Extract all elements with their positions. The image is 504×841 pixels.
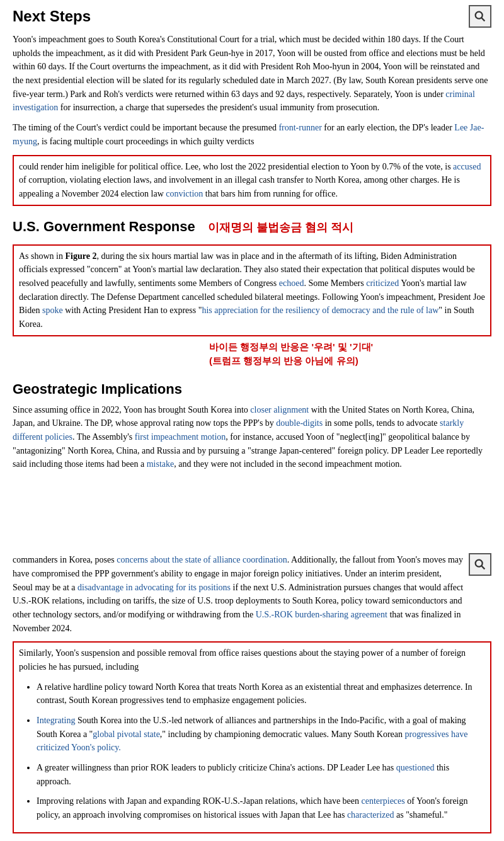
list-item-3: A greater willingness than prior ROK lea… xyxy=(37,761,485,788)
red-box-para: could render him ineligible for politica… xyxy=(19,160,485,201)
echoed-link[interactable]: echoed xyxy=(279,278,304,288)
starkly-different-link[interactable]: starkly different policies xyxy=(13,418,464,442)
bottom-para-top: commanders in Korea, poses concerns abou… xyxy=(13,553,464,635)
geostrategic-para1: Since assuming office in 2022, Yoon has … xyxy=(13,403,491,471)
svg-point-2 xyxy=(476,560,483,567)
next-steps-para2: The timing of the Court's verdict could … xyxy=(13,121,491,148)
foreign-policies-box: Similarly, Yoon's suspension and possibl… xyxy=(13,641,491,833)
questioned-link[interactable]: questioned xyxy=(396,763,435,772)
concerns-alliance-link[interactable]: concerns about the state of alliance coo… xyxy=(117,555,287,564)
appreciation-link[interactable]: his appreciation for the resiliency of d… xyxy=(202,306,438,315)
centerpieces-link[interactable]: centerpieces xyxy=(362,796,405,806)
svg-line-3 xyxy=(481,566,484,569)
foreign-policies-intro: Similarly, Yoon's suspension and possibl… xyxy=(19,646,485,673)
foreign-policies-list: A relative hardline policy toward North … xyxy=(37,680,485,822)
svg-point-0 xyxy=(476,12,483,19)
burden-sharing-link[interactable]: U.S.-ROK burden-sharing agreement xyxy=(256,610,387,619)
characterized-link[interactable]: characterized xyxy=(347,810,394,820)
korean-sub-1: 바이든 행정부의 반응은 '우려' 및 '기대' xyxy=(209,341,373,352)
first-impeachment-link[interactable]: first impeachment motion xyxy=(135,432,226,442)
spacer-area xyxy=(13,478,491,553)
mistake-link[interactable]: mistake xyxy=(147,459,175,469)
korean-annotation-1: 이재명의 불법송금 혐의 적시 xyxy=(208,219,353,236)
list-item-2: Integrating South Korea into the U.S.-le… xyxy=(37,714,485,755)
lee-ineligible-box: could render him ineligible for politica… xyxy=(13,155,491,206)
geostrategic-heading: Geostrategic Implications xyxy=(13,379,491,399)
us-govt-box: As shown in Figure 2, during the six hou… xyxy=(13,244,491,336)
search-icon-bottom[interactable] xyxy=(469,553,491,576)
us-govt-para1: As shown in Figure 2, during the six hou… xyxy=(19,249,485,331)
search-icon-top[interactable] xyxy=(469,5,491,28)
accused-link[interactable]: accused xyxy=(453,162,481,171)
front-runner-link[interactable]: front-runner xyxy=(278,123,321,132)
conviction-link[interactable]: conviction xyxy=(166,189,203,198)
criminal-investigation-link[interactable]: criminal investigation xyxy=(13,89,475,113)
us-govt-heading: U.S. Government Response xyxy=(13,216,195,237)
integrating-link[interactable]: Integrating xyxy=(37,716,75,725)
korean-sub-2: (트럼프 행정부의 반응 아님에 유의) xyxy=(209,355,358,366)
disadvantage-link[interactable]: disadvantage in advocating for its posit… xyxy=(77,583,231,592)
global-pivotal-link[interactable]: global pivotal state xyxy=(93,729,160,739)
next-steps-para1: Yoon's impeachment goes to South Korea's… xyxy=(13,33,491,115)
double-digits-link[interactable]: double-digits xyxy=(276,418,323,428)
lee-jae-myung-link[interactable]: Lee Jae-myung xyxy=(13,123,484,146)
page-title: Next Steps xyxy=(13,5,464,28)
list-item-1: A relative hardline policy toward North … xyxy=(37,680,485,707)
list-item-4: Improving relations with Japan and expan… xyxy=(37,794,485,821)
spoke-link[interactable]: spoke xyxy=(42,306,63,315)
svg-line-1 xyxy=(481,18,484,21)
closer-alignment-link[interactable]: closer alignment xyxy=(250,405,309,415)
criticized-link[interactable]: criticized xyxy=(366,278,399,288)
